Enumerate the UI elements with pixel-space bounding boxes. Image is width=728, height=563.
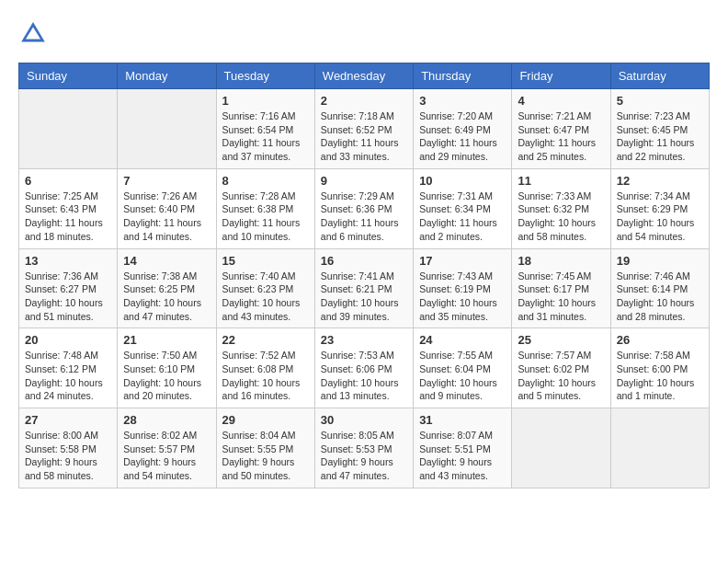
calendar-cell	[118, 89, 216, 169]
weekday-header: Tuesday	[216, 63, 314, 89]
calendar-cell: 14Sunrise: 7:38 AM Sunset: 6:25 PM Dayli…	[118, 248, 216, 328]
day-info: Sunrise: 8:05 AM Sunset: 5:53 PM Dayligh…	[321, 429, 407, 483]
calendar-week-row: 13Sunrise: 7:36 AM Sunset: 6:27 PM Dayli…	[19, 248, 710, 328]
calendar-week-row: 6Sunrise: 7:25 AM Sunset: 6:43 PM Daylig…	[19, 168, 710, 248]
calendar-header-row: SundayMondayTuesdayWednesdayThursdayFrid…	[19, 63, 710, 89]
day-number: 14	[123, 254, 210, 268]
day-number: 6	[25, 174, 111, 188]
day-info: Sunrise: 7:58 AM Sunset: 6:00 PM Dayligh…	[617, 349, 703, 403]
day-number: 9	[321, 174, 407, 188]
day-number: 19	[617, 254, 703, 268]
weekday-header: Wednesday	[314, 63, 413, 89]
calendar-cell: 8Sunrise: 7:28 AM Sunset: 6:38 PM Daylig…	[216, 168, 314, 248]
calendar-week-row: 20Sunrise: 7:48 AM Sunset: 6:12 PM Dayli…	[19, 328, 710, 408]
day-info: Sunrise: 8:00 AM Sunset: 5:58 PM Dayligh…	[25, 429, 111, 483]
day-info: Sunrise: 7:40 AM Sunset: 6:23 PM Dayligh…	[222, 270, 309, 324]
day-number: 30	[321, 413, 407, 427]
calendar-cell: 24Sunrise: 7:55 AM Sunset: 6:04 PM Dayli…	[414, 328, 512, 408]
calendar-cell: 31Sunrise: 8:07 AM Sunset: 5:51 PM Dayli…	[414, 408, 512, 488]
weekday-header: Monday	[118, 63, 216, 89]
calendar-cell: 1Sunrise: 7:16 AM Sunset: 6:54 PM Daylig…	[216, 89, 314, 169]
day-info: Sunrise: 8:07 AM Sunset: 5:51 PM Dayligh…	[419, 429, 506, 483]
day-number: 3	[419, 94, 506, 108]
calendar-week-row: 1Sunrise: 7:16 AM Sunset: 6:54 PM Daylig…	[19, 89, 710, 169]
weekday-header: Friday	[512, 63, 610, 89]
day-info: Sunrise: 8:02 AM Sunset: 5:57 PM Dayligh…	[123, 429, 210, 483]
day-number: 7	[123, 174, 210, 188]
calendar-cell: 28Sunrise: 8:02 AM Sunset: 5:57 PM Dayli…	[118, 408, 216, 488]
calendar-cell: 6Sunrise: 7:25 AM Sunset: 6:43 PM Daylig…	[19, 168, 118, 248]
calendar-cell: 19Sunrise: 7:46 AM Sunset: 6:14 PM Dayli…	[610, 248, 709, 328]
calendar-cell: 10Sunrise: 7:31 AM Sunset: 6:34 PM Dayli…	[414, 168, 512, 248]
calendar-cell: 11Sunrise: 7:33 AM Sunset: 6:32 PM Dayli…	[512, 168, 610, 248]
day-number: 17	[419, 254, 506, 268]
day-number: 23	[321, 333, 407, 347]
day-info: Sunrise: 7:57 AM Sunset: 6:02 PM Dayligh…	[518, 349, 604, 403]
day-info: Sunrise: 7:20 AM Sunset: 6:49 PM Dayligh…	[419, 109, 506, 164]
day-info: Sunrise: 7:36 AM Sunset: 6:27 PM Dayligh…	[25, 270, 111, 324]
day-number: 25	[518, 333, 604, 347]
day-info: Sunrise: 7:33 AM Sunset: 6:32 PM Dayligh…	[518, 190, 604, 244]
day-info: Sunrise: 7:29 AM Sunset: 6:36 PM Dayligh…	[321, 190, 407, 244]
day-info: Sunrise: 7:31 AM Sunset: 6:34 PM Dayligh…	[419, 190, 506, 244]
day-number: 22	[222, 333, 309, 347]
day-info: Sunrise: 7:43 AM Sunset: 6:19 PM Dayligh…	[419, 270, 506, 324]
day-info: Sunrise: 7:21 AM Sunset: 6:47 PM Dayligh…	[518, 109, 604, 164]
calendar-week-row: 27Sunrise: 8:00 AM Sunset: 5:58 PM Dayli…	[19, 408, 710, 488]
calendar-cell: 16Sunrise: 7:41 AM Sunset: 6:21 PM Dayli…	[314, 248, 413, 328]
logo	[18, 18, 51, 48]
calendar-cell: 18Sunrise: 7:45 AM Sunset: 6:17 PM Dayli…	[512, 248, 610, 328]
calendar-cell: 25Sunrise: 7:57 AM Sunset: 6:02 PM Dayli…	[512, 328, 610, 408]
day-number: 29	[222, 413, 309, 427]
day-number: 31	[419, 413, 506, 427]
calendar-cell: 12Sunrise: 7:34 AM Sunset: 6:29 PM Dayli…	[610, 168, 709, 248]
day-number: 20	[25, 333, 111, 347]
day-number: 24	[419, 333, 506, 347]
calendar-cell: 15Sunrise: 7:40 AM Sunset: 6:23 PM Dayli…	[216, 248, 314, 328]
calendar-cell	[610, 408, 709, 488]
day-info: Sunrise: 7:50 AM Sunset: 6:10 PM Dayligh…	[123, 349, 210, 403]
weekday-header: Saturday	[610, 63, 709, 89]
day-info: Sunrise: 7:55 AM Sunset: 6:04 PM Dayligh…	[419, 349, 506, 403]
day-number: 5	[617, 94, 703, 108]
day-number: 13	[25, 254, 111, 268]
calendar-cell: 17Sunrise: 7:43 AM Sunset: 6:19 PM Dayli…	[414, 248, 512, 328]
calendar-cell: 27Sunrise: 8:00 AM Sunset: 5:58 PM Dayli…	[19, 408, 118, 488]
day-number: 16	[321, 254, 407, 268]
calendar-cell: 20Sunrise: 7:48 AM Sunset: 6:12 PM Dayli…	[19, 328, 118, 408]
day-info: Sunrise: 7:25 AM Sunset: 6:43 PM Dayligh…	[25, 190, 111, 244]
day-info: Sunrise: 7:23 AM Sunset: 6:45 PM Dayligh…	[617, 109, 703, 164]
day-info: Sunrise: 7:45 AM Sunset: 6:17 PM Dayligh…	[518, 270, 604, 324]
day-info: Sunrise: 7:34 AM Sunset: 6:29 PM Dayligh…	[617, 190, 703, 244]
day-number: 2	[321, 94, 407, 108]
calendar-cell: 21Sunrise: 7:50 AM Sunset: 6:10 PM Dayli…	[118, 328, 216, 408]
day-number: 10	[419, 174, 506, 188]
calendar-cell	[19, 89, 118, 169]
page-header	[18, 18, 710, 48]
day-number: 26	[617, 333, 703, 347]
day-info: Sunrise: 7:52 AM Sunset: 6:08 PM Dayligh…	[222, 349, 309, 403]
weekday-header: Sunday	[19, 63, 118, 89]
day-number: 11	[518, 174, 604, 188]
day-info: Sunrise: 7:46 AM Sunset: 6:14 PM Dayligh…	[617, 270, 703, 324]
calendar-table: SundayMondayTuesdayWednesdayThursdayFrid…	[18, 63, 710, 488]
calendar-cell: 29Sunrise: 8:04 AM Sunset: 5:55 PM Dayli…	[216, 408, 314, 488]
calendar-cell: 26Sunrise: 7:58 AM Sunset: 6:00 PM Dayli…	[610, 328, 709, 408]
day-number: 27	[25, 413, 111, 427]
day-info: Sunrise: 7:16 AM Sunset: 6:54 PM Dayligh…	[222, 109, 309, 164]
day-info: Sunrise: 7:53 AM Sunset: 6:06 PM Dayligh…	[321, 349, 407, 403]
calendar-cell: 5Sunrise: 7:23 AM Sunset: 6:45 PM Daylig…	[610, 89, 709, 169]
day-number: 28	[123, 413, 210, 427]
calendar-cell: 7Sunrise: 7:26 AM Sunset: 6:40 PM Daylig…	[118, 168, 216, 248]
day-info: Sunrise: 7:48 AM Sunset: 6:12 PM Dayligh…	[25, 349, 111, 403]
calendar-cell: 2Sunrise: 7:18 AM Sunset: 6:52 PM Daylig…	[314, 89, 413, 169]
day-number: 4	[518, 94, 604, 108]
day-info: Sunrise: 7:18 AM Sunset: 6:52 PM Dayligh…	[321, 109, 407, 164]
day-number: 15	[222, 254, 309, 268]
day-number: 8	[222, 174, 309, 188]
calendar-cell: 3Sunrise: 7:20 AM Sunset: 6:49 PM Daylig…	[414, 89, 512, 169]
day-info: Sunrise: 7:41 AM Sunset: 6:21 PM Dayligh…	[321, 270, 407, 324]
calendar-cell: 13Sunrise: 7:36 AM Sunset: 6:27 PM Dayli…	[19, 248, 118, 328]
day-number: 1	[222, 94, 309, 108]
day-number: 18	[518, 254, 604, 268]
